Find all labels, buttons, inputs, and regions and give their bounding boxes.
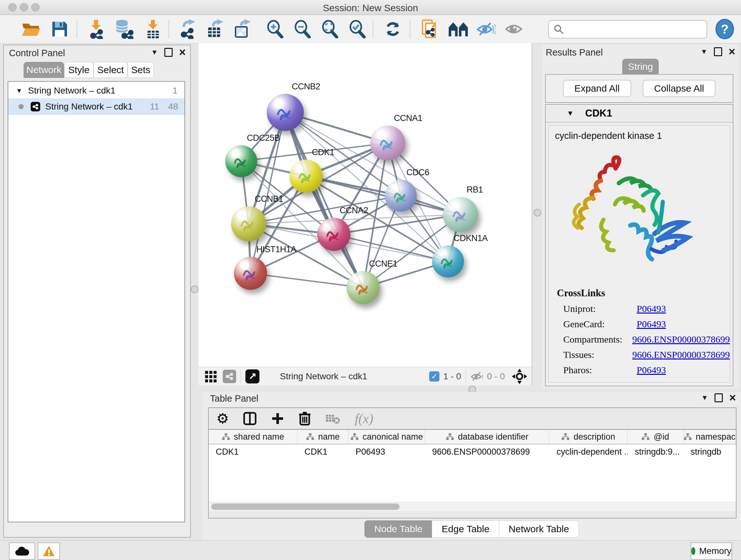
- import-network-file-button[interactable]: [85, 18, 107, 40]
- cell[interactable]: CDK1: [209, 444, 297, 459]
- panel-menu-icon[interactable]: ▼: [151, 48, 158, 57]
- horizontal-scrollbar[interactable]: [209, 502, 736, 511]
- import-network-database-button[interactable]: [112, 18, 135, 40]
- show-columns-icon[interactable]: [243, 412, 257, 426]
- tab-network[interactable]: Network: [23, 62, 64, 78]
- column-header-database-identifier[interactable]: database identifier: [425, 430, 549, 444]
- table-options-gear-icon[interactable]: ⚙: [216, 412, 229, 425]
- column-header-name[interactable]: name: [297, 430, 348, 444]
- node-CCNB1[interactable]: [231, 206, 266, 241]
- crosslink-link[interactable]: 9606.ENSP00000378699: [632, 349, 730, 360]
- panel-menu-icon[interactable]: ▼: [700, 48, 708, 56]
- column-header-canonical-name[interactable]: canonical name: [348, 430, 425, 444]
- selected-checkbox-icon[interactable]: ✓: [429, 371, 440, 381]
- zoom-fit-button[interactable]: [319, 18, 341, 40]
- search-input[interactable]: [567, 22, 706, 37]
- show-all-button[interactable]: [503, 18, 525, 40]
- tab-edge-table[interactable]: Edge Table: [432, 520, 499, 538]
- open-session-button[interactable]: [20, 18, 42, 40]
- tab-network-table[interactable]: Network Table: [499, 520, 579, 538]
- export-network-button[interactable]: [176, 18, 199, 40]
- left-splitter-handle[interactable]: [191, 286, 199, 293]
- warnings-button[interactable]: [38, 543, 60, 560]
- panel-float-icon[interactable]: [715, 393, 723, 402]
- save-session-button[interactable]: [49, 18, 71, 40]
- column-header-shared-name[interactable]: shared name: [209, 430, 297, 444]
- crosslink-link[interactable]: P06493: [636, 365, 666, 375]
- first-neighbors-button[interactable]: [448, 18, 470, 40]
- gene-section-header[interactable]: ▼ CDK1: [546, 105, 733, 123]
- node-CCNA2[interactable]: [317, 218, 350, 251]
- tab-sets[interactable]: Sets: [128, 62, 154, 78]
- section-collapse-icon[interactable]: ▼: [567, 109, 574, 118]
- gene-description: cyclin-dependent kinase 1: [555, 131, 730, 141]
- add-column-icon[interactable]: [271, 412, 284, 425]
- zoom-out-button[interactable]: [292, 18, 314, 40]
- fit-content-crosshair-icon[interactable]: [512, 369, 527, 384]
- results-panel: Results Panel ▼ × String Expand All Coll…: [542, 45, 738, 388]
- panel-float-icon[interactable]: [164, 48, 173, 57]
- column-header-@id[interactable]: @id: [627, 430, 683, 444]
- copy-style-button[interactable]: [419, 18, 441, 40]
- cell[interactable]: cyclin-dependent ...: [549, 444, 628, 459]
- tree-expand-icon[interactable]: ▼: [16, 87, 22, 95]
- cell[interactable]: 9606.ENSP00000378699: [425, 444, 549, 459]
- memory-label: Memory: [699, 546, 731, 556]
- protein-ribbon-thumbnail: [432, 246, 464, 277]
- node-CCNB2[interactable]: [267, 94, 304, 131]
- memory-button[interactable]: Memory: [690, 543, 732, 560]
- tab-string[interactable]: String: [622, 59, 659, 75]
- node-CCNE1[interactable]: [347, 271, 380, 304]
- panel-float-icon[interactable]: [714, 47, 722, 56]
- panel-close-icon[interactable]: ×: [179, 49, 186, 56]
- tab-select[interactable]: Select: [93, 62, 128, 78]
- grid-view-icon[interactable]: [204, 370, 217, 383]
- edge-CCNB2-CCNE1[interactable]: [285, 112, 363, 288]
- hide-selected-button[interactable]: [475, 18, 497, 40]
- crosslink-link[interactable]: 9606.ENSP00000378699: [632, 334, 730, 345]
- cloud-button[interactable]: [9, 543, 35, 560]
- birdseye-view-icon[interactable]: ↗: [246, 369, 259, 383]
- column-header-description[interactable]: description: [549, 430, 627, 444]
- zoom-selected-button[interactable]: [347, 18, 369, 40]
- panel-close-icon[interactable]: ×: [729, 394, 736, 401]
- cell[interactable]: stringdb: [684, 444, 736, 459]
- import-table-file-button[interactable]: [142, 18, 164, 40]
- crosslink-link[interactable]: P06493: [636, 303, 666, 314]
- network-row-selected[interactable]: String Network – cdk1 11 48: [8, 98, 185, 115]
- tab-node-table[interactable]: Node Table: [364, 520, 432, 538]
- node-label-HIST1H1A: HIST1H1A: [256, 245, 296, 254]
- crosslink-link[interactable]: P06493: [636, 319, 666, 329]
- node-CDC25B[interactable]: [225, 145, 257, 177]
- node-RB1[interactable]: [443, 197, 478, 232]
- cell[interactable]: P06493: [348, 444, 425, 459]
- node-CCNA1[interactable]: [370, 125, 405, 161]
- expand-all-button[interactable]: Expand All: [563, 80, 631, 97]
- export-table-button[interactable]: [204, 18, 226, 40]
- node-CDKN1A[interactable]: [432, 246, 464, 277]
- help-button[interactable]: ?: [714, 18, 736, 40]
- network-overview-icon[interactable]: [223, 370, 236, 383]
- zoom-in-button[interactable]: [264, 18, 286, 40]
- cell[interactable]: CDK1: [297, 444, 348, 459]
- node-CDC6[interactable]: [385, 180, 417, 212]
- cell[interactable]: stringdb:9...: [628, 444, 684, 459]
- help-icon: ?: [716, 19, 734, 39]
- node-HIST1H1A[interactable]: [234, 257, 267, 290]
- node-CDK1[interactable]: [289, 160, 323, 193]
- column-header-namespac[interactable]: namespac: [684, 430, 736, 444]
- panel-menu-icon[interactable]: ▼: [701, 394, 708, 402]
- export-image-button[interactable]: [231, 18, 253, 40]
- right-splitter-handle[interactable]: [534, 209, 541, 216]
- network-collection-row[interactable]: ▼ String Network – cdk1 1: [8, 83, 185, 98]
- panel-close-icon[interactable]: ×: [729, 48, 735, 55]
- protein-ribbon-thumbnail: [225, 145, 257, 177]
- delete-column-icon[interactable]: [298, 411, 311, 426]
- warning-icon: [43, 545, 55, 557]
- collapse-all-button[interactable]: Collapse All: [643, 80, 716, 97]
- scrollbar-thumb[interactable]: [211, 503, 400, 510]
- refresh-view-button[interactable]: [382, 18, 404, 40]
- tab-style[interactable]: Style: [64, 62, 93, 78]
- table-row[interactable]: CDK1CDK1P064939606.ENSP00000378699cyclin…: [209, 444, 736, 459]
- network-canvas[interactable]: CCNB2 CCNA1 CDC25B CDK1 CDC6 RB1 CCNB1 C…: [199, 43, 532, 367]
